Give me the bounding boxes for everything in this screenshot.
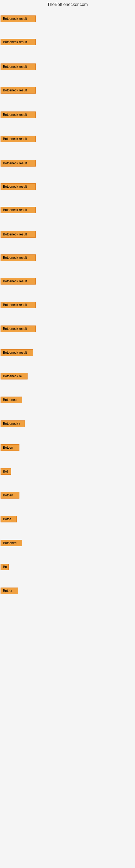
- bottleneck-badge-25[interactable]: Bottler: [1, 588, 18, 594]
- bottleneck-badge-9[interactable]: Bottleneck result: [1, 207, 36, 213]
- bottleneck-items-container: [0, 8, 135, 10]
- bottleneck-item-14: Bottleneck result: [1, 326, 36, 333]
- bottleneck-badge-10[interactable]: Bottleneck result: [1, 231, 36, 238]
- bottleneck-item-7: Bottleneck result: [1, 160, 36, 167]
- bottleneck-item-18: Bottleneck r: [1, 421, 25, 428]
- bottleneck-badge-4[interactable]: Bottleneck result: [1, 87, 36, 94]
- bottleneck-badge-18[interactable]: Bottleneck r: [1, 421, 25, 427]
- bottleneck-item-5: Bottleneck result: [1, 112, 36, 119]
- bottleneck-item-19: Bottlen: [1, 444, 19, 452]
- bottleneck-badge-11[interactable]: Bottleneck result: [1, 254, 36, 261]
- bottleneck-item-23: Bottlenec: [1, 540, 22, 547]
- bottleneck-badge-24[interactable]: Bo: [1, 564, 9, 570]
- bottleneck-item-12: Bottleneck result: [1, 278, 36, 286]
- bottleneck-badge-23[interactable]: Bottlenec: [1, 540, 22, 546]
- bottleneck-item-16: Bottleneck re: [1, 373, 28, 380]
- bottleneck-badge-5[interactable]: Bottleneck result: [1, 112, 36, 118]
- site-title: TheBottlenecker.com: [0, 0, 135, 8]
- bottleneck-badge-12[interactable]: Bottleneck result: [1, 278, 36, 284]
- bottleneck-badge-22[interactable]: Bottle: [1, 516, 17, 522]
- bottleneck-badge-14[interactable]: Bottleneck result: [1, 326, 36, 332]
- bottleneck-item-15: Bottleneck result: [1, 349, 33, 357]
- bottleneck-badge-3[interactable]: Bottleneck result: [1, 63, 36, 70]
- bottleneck-item-8: Bottleneck result: [1, 183, 36, 191]
- bottleneck-badge-16[interactable]: Bottleneck re: [1, 373, 28, 379]
- bottleneck-badge-15[interactable]: Bottleneck result: [1, 349, 33, 356]
- bottleneck-item-9: Bottleneck result: [1, 207, 36, 214]
- bottleneck-item-25: Bottler: [1, 588, 18, 595]
- bottleneck-item-6: Bottleneck result: [1, 135, 36, 143]
- bottleneck-item-2: Bottleneck result: [1, 39, 36, 46]
- bottleneck-badge-21[interactable]: Bottlen: [1, 492, 19, 499]
- bottleneck-badge-1[interactable]: Bottleneck result: [1, 16, 36, 22]
- bottleneck-badge-20[interactable]: Bot: [1, 468, 11, 475]
- bottleneck-badge-13[interactable]: Bottleneck result: [1, 302, 36, 308]
- bottleneck-item-21: Bottlen: [1, 492, 19, 500]
- bottleneck-item-17: Bottlenec: [1, 397, 22, 404]
- bottleneck-item-10: Bottleneck result: [1, 231, 36, 239]
- bottleneck-item-11: Bottleneck result: [1, 254, 36, 262]
- bottleneck-badge-17[interactable]: Bottlenec: [1, 397, 22, 403]
- bottleneck-item-4: Bottleneck result: [1, 87, 36, 95]
- bottleneck-badge-6[interactable]: Bottleneck result: [1, 135, 36, 142]
- bottleneck-badge-7[interactable]: Bottleneck result: [1, 160, 36, 166]
- site-title-container: TheBottlenecker.com: [0, 0, 135, 8]
- bottleneck-badge-8[interactable]: Bottleneck result: [1, 183, 36, 190]
- bottleneck-item-24: Bo: [1, 564, 9, 571]
- bottleneck-item-1: Bottleneck result: [1, 16, 36, 23]
- bottleneck-item-13: Bottleneck result: [1, 302, 36, 309]
- bottleneck-item-3: Bottleneck result: [1, 63, 36, 71]
- bottleneck-item-22: Bottle: [1, 516, 17, 524]
- bottleneck-item-20: Bot: [1, 468, 11, 476]
- bottleneck-badge-2[interactable]: Bottleneck result: [1, 39, 36, 45]
- bottleneck-badge-19[interactable]: Bottlen: [1, 444, 19, 451]
